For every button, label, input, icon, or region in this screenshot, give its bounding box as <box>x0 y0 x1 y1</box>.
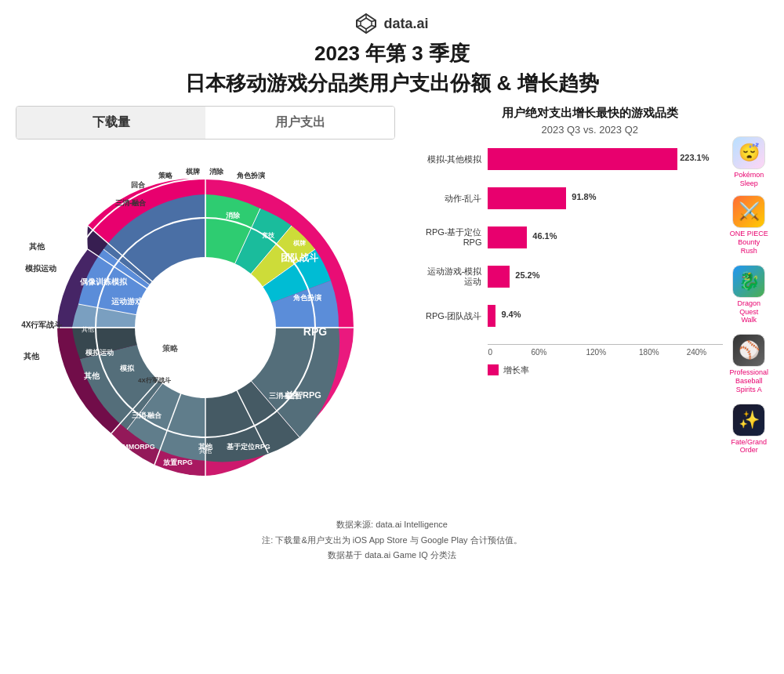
content-area: 下载量 用户支出 <box>0 106 784 508</box>
game-name-baseball: ProfessionalBaseballSpirits A <box>729 368 768 393</box>
svg-marker-1 <box>361 18 372 29</box>
bar-chart-area: 模拟-其他模拟 223.1% 动作-乱斗 91 <box>411 148 723 458</box>
bar-row-2: RPG-基于定位RPG 46.1% <box>411 226 723 248</box>
logo-icon <box>355 13 377 34</box>
legend-color-box <box>488 364 499 375</box>
svg-text:三消-融合: 三消-融合 <box>132 411 163 419</box>
svg-text:基于定位RPG: 基于定位RPG <box>227 442 270 451</box>
svg-text:其他: 其他 <box>199 448 212 455</box>
bar-row-0: 模拟-其他模拟 223.1% <box>411 148 723 170</box>
bar-label-2: RPG-基于定位RPG <box>411 227 481 248</box>
footer-line3: 数据基于 data.ai Game IQ 分类法 <box>0 548 784 563</box>
svg-text:运动游戏: 运动游戏 <box>111 297 143 306</box>
game-icon-dragon-quest: 🐉 Dragon QuestWalk <box>729 265 768 324</box>
tab-downloads[interactable]: 下载量 <box>16 107 205 139</box>
svg-text:模拟运动: 模拟运动 <box>85 349 114 357</box>
footer-line2: 注: 下载量&用户支出为 iOS App Store 与 Google Play… <box>0 533 784 549</box>
tab-spending[interactable]: 用户支出 <box>205 107 394 139</box>
bar-row-1: 动作-乱斗 91.8% <box>411 187 723 209</box>
svg-text:角色扮演: 角色扮演 <box>292 293 322 302</box>
logo-area: data.ai <box>0 13 784 34</box>
game-icon-baseball: ⚾ ProfessionalBaseballSpirits A <box>729 334 768 393</box>
game-icon-fate: ✨ Fate/GrandOrder <box>729 404 768 455</box>
svg-text:模拟: 模拟 <box>119 364 135 372</box>
donut-chart-svg: 团队战斗 RPG 益智RPG 基于定位RPG 放置RPG MMORPG 其他 偶… <box>25 147 386 508</box>
footer: 数据来源: data.ai Intelligence 注: 下载量&用户支出为 … <box>0 517 784 563</box>
svg-text:偶像训练模拟: 偶像训练模拟 <box>79 277 128 286</box>
main-title-line2: 日本移动游戏分品类用户支出份额 & 增长趋势 <box>0 69 784 97</box>
bar-row-4: RPG-团队战斗 9.4% <box>411 305 723 327</box>
game-icon-pokemon-sleep: 😴 PokémonSleep <box>729 136 768 188</box>
game-icon-one-piece: ⚔️ ONE PIECEBounty Rush <box>729 195 768 255</box>
right-panel: 用户绝对支出增长最快的游戏品类 2023 Q3 vs. 2023 Q2 模拟-其… <box>403 106 768 508</box>
left-panel: 下载量 用户支出 <box>16 106 395 508</box>
svg-text:其他: 其他 <box>82 326 94 333</box>
right-panel-title: 用户绝对支出增长最快的游戏品类 <box>411 106 768 121</box>
svg-text:MMORPG: MMORPG <box>122 443 155 451</box>
game-name-dragon-quest: Dragon QuestWalk <box>729 299 768 324</box>
main-title-line1: 2023 年第 3 季度 <box>0 39 784 67</box>
legend-area: 增长率 <box>488 364 723 376</box>
svg-text:三消-融合: 三消-融合 <box>269 392 300 400</box>
game-name-fate: Fate/GrandOrder <box>731 438 767 455</box>
header: data.ai 2023 年第 3 季度 日本移动游戏分品类用户支出份额 & 增… <box>0 0 784 98</box>
footer-line1: 数据来源: data.ai Intelligence <box>0 517 784 533</box>
bar-label-1: 动作-乱斗 <box>411 193 481 204</box>
legend-label: 增长率 <box>503 364 529 376</box>
svg-text:放置RPG: 放置RPG <box>162 458 193 466</box>
game-name-pokemon-sleep: PokémonSleep <box>734 171 764 188</box>
svg-text:4X行军战斗: 4X行军战斗 <box>138 377 172 384</box>
svg-text:策略: 策略 <box>162 344 179 353</box>
svg-text:棋牌: 棋牌 <box>292 240 306 247</box>
svg-text:RPG: RPG <box>303 325 327 338</box>
bar-label-0: 模拟-其他模拟 <box>411 154 481 165</box>
donut-chart-container: 团队战斗 RPG 益智RPG 基于定位RPG 放置RPG MMORPG 其他 偶… <box>25 147 386 508</box>
svg-text:消除: 消除 <box>226 212 241 219</box>
bar-label-4: RPG-团队战斗 <box>411 310 481 321</box>
svg-text:其他: 其他 <box>84 371 100 380</box>
bar-label-3: 运动游戏-模拟运动 <box>411 266 481 287</box>
logo-text: data.ai <box>383 16 428 32</box>
game-name-one-piece: ONE PIECEBounty Rush <box>729 230 768 255</box>
svg-text:竞技: 竞技 <box>262 231 275 239</box>
svg-text:团队战斗: 团队战斗 <box>281 252 319 263</box>
right-panel-subtitle: 2023 Q3 vs. 2023 Q2 <box>411 124 768 136</box>
bar-row-3: 运动游戏-模拟运动 25.2% <box>411 266 723 288</box>
tab-bar: 下载量 用户支出 <box>16 106 395 140</box>
